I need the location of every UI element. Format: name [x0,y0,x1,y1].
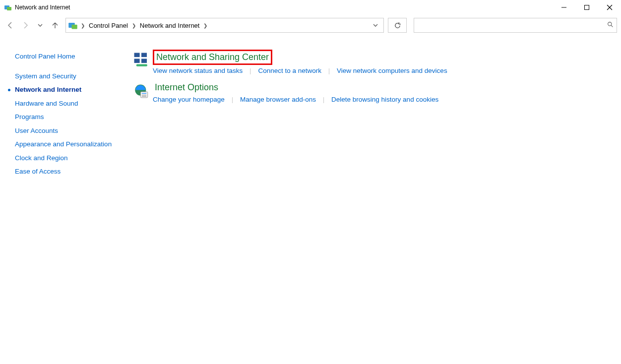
titlebar: Network and Internet [0,0,621,15]
sidebar: Control Panel Home System and Security N… [0,50,125,179]
forward-button[interactable] [19,19,32,32]
back-button[interactable] [4,19,17,32]
chevron-right-icon: ❯ [202,23,208,28]
svg-rect-3 [585,5,589,10]
address-dropdown[interactable] [370,18,381,32]
internet-options-icon [133,81,153,103]
svg-rect-13 [141,59,147,63]
sidebar-item-appearance[interactable]: Appearance and Personalization [15,137,117,151]
maximize-button[interactable] [575,0,598,15]
sidebar-item-network-internet[interactable]: Network and Internet [15,83,117,97]
svg-rect-10 [134,53,140,58]
sidebar-item-clock-region[interactable]: Clock and Region [15,151,117,165]
search-input[interactable] [414,18,617,33]
search-icon [607,21,614,29]
svg-point-8 [608,22,612,26]
close-button[interactable] [598,0,621,15]
svg-rect-7 [72,25,77,29]
address-icon [68,20,78,30]
nav-row: ❯ Control Panel ❯ Network and Internet ❯ [0,15,621,36]
content-area: Network and Sharing Center View network … [125,50,621,179]
link-delete-history[interactable]: Delete browsing history and cookies [331,96,438,103]
heading-network-sharing-center[interactable]: Network and Sharing Center [153,50,272,65]
svg-rect-14 [136,64,147,66]
recent-dropdown[interactable] [34,19,47,32]
heading-internet-options[interactable]: Internet Options [153,81,220,94]
window-title: Network and Internet [15,4,553,11]
link-view-network-status[interactable]: View network status and tasks [153,67,243,74]
breadcrumb-network-internet[interactable]: Network and Internet [138,21,202,30]
link-connect-network[interactable]: Connect to a network [258,67,321,74]
sidebar-item-user-accounts[interactable]: User Accounts [15,124,117,138]
svg-rect-12 [134,59,140,63]
svg-rect-16 [140,92,147,98]
svg-line-9 [611,25,613,27]
link-manage-addons[interactable]: Manage browser add-ons [240,96,316,103]
sidebar-home[interactable]: Control Panel Home [15,50,117,63]
chevron-right-icon: ❯ [80,23,86,28]
svg-rect-11 [141,53,147,58]
sidebar-item-programs[interactable]: Programs [15,110,117,124]
chevron-right-icon: ❯ [131,23,137,28]
sidebar-item-system-security[interactable]: System and Security [15,69,117,83]
breadcrumb-control-panel[interactable]: Control Panel [87,21,130,30]
refresh-button[interactable] [388,18,407,33]
section-internet-options: Internet Options Change your homepage | … [133,81,621,103]
section-network-sharing: Network and Sharing Center View network … [133,50,621,74]
minimize-button[interactable] [553,0,575,15]
network-sharing-icon [133,50,153,74]
window-icon [4,3,12,11]
sidebar-item-hardware-sound[interactable]: Hardware and Sound [15,97,117,111]
address-bar[interactable]: ❯ Control Panel ❯ Network and Internet ❯ [65,18,384,33]
link-change-homepage[interactable]: Change your homepage [153,96,225,103]
svg-rect-1 [7,7,11,10]
sidebar-item-ease-access[interactable]: Ease of Access [15,165,117,179]
up-button[interactable] [49,19,62,32]
link-view-network-computers[interactable]: View network computers and devices [337,67,447,74]
